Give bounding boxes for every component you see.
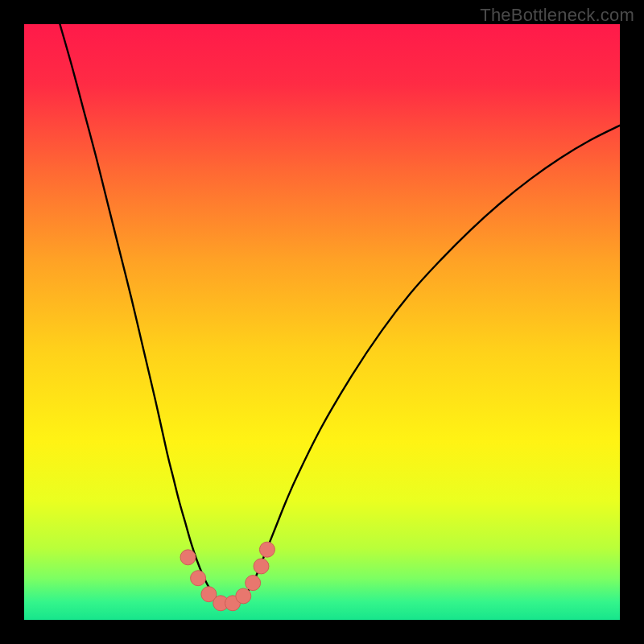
plot-area [24,24,620,620]
outer-frame: TheBottleneck.com [0,0,644,644]
marker-point [254,559,269,574]
marker-point [246,576,261,591]
bottleneck-curve [60,24,620,605]
marker-point [180,550,196,565]
curve-layer [24,24,620,620]
watermark-text: TheBottleneck.com [480,5,634,26]
marker-point [236,588,251,604]
marker-point [191,571,206,586]
marker-point [259,542,275,557]
